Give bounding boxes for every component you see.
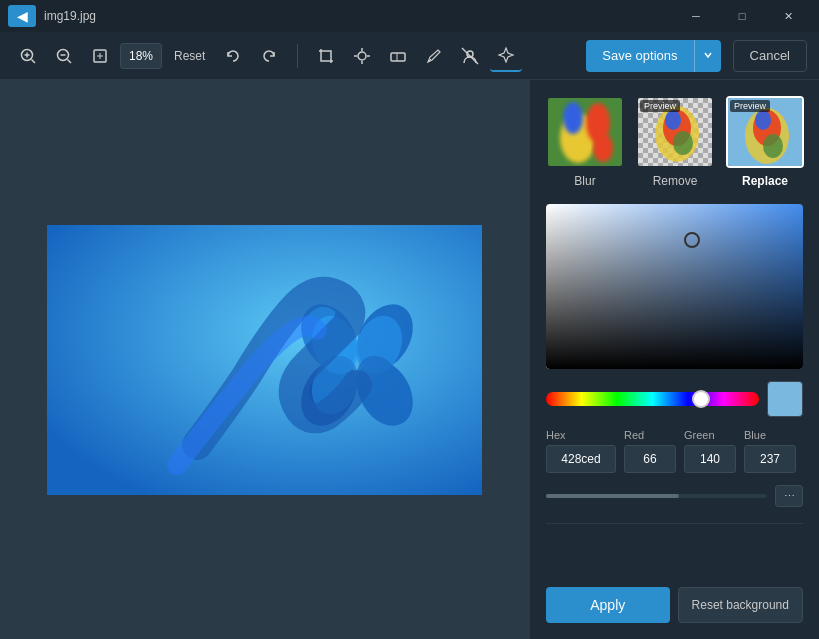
- svg-point-46: [763, 134, 783, 158]
- remove-option[interactable]: Preview: [636, 96, 714, 188]
- zoom-out-icon: [55, 47, 73, 65]
- hue-slider[interactable]: [546, 392, 759, 406]
- save-options-button[interactable]: Save options: [586, 40, 693, 72]
- blue-input-group: Blue: [744, 429, 796, 473]
- remove-thumb: Preview: [636, 96, 714, 168]
- replace-thumb: Preview: [726, 96, 804, 168]
- adjust-button[interactable]: [346, 40, 378, 72]
- blue-input[interactable]: [744, 445, 796, 473]
- scroll-area: ⋯: [546, 485, 803, 507]
- cancel-button[interactable]: Cancel: [733, 40, 807, 72]
- bottom-buttons: Apply Reset background: [546, 579, 803, 623]
- replace-label: Replace: [742, 174, 788, 188]
- color-preview-swatch: [767, 381, 803, 417]
- adjust-icon: [353, 47, 371, 65]
- main-content: Blur Preview: [0, 80, 819, 639]
- crop-icon: [317, 47, 335, 65]
- zoom-in-button[interactable]: [12, 40, 44, 72]
- hex-label: Hex: [546, 429, 616, 441]
- apply-button[interactable]: Apply: [546, 587, 670, 623]
- blur-preview-image: [548, 98, 624, 168]
- divider: [546, 523, 803, 524]
- svg-point-41: [673, 131, 693, 155]
- hue-thumb: [692, 390, 710, 408]
- image-preview: [47, 225, 482, 495]
- save-options-group: Save options: [586, 40, 720, 72]
- save-options-arrow-button[interactable]: [694, 40, 721, 72]
- reset-background-button[interactable]: Reset background: [678, 587, 804, 623]
- pen-icon: [425, 47, 443, 65]
- scroll-track[interactable]: [546, 494, 767, 498]
- toolbar: Reset: [0, 32, 819, 80]
- erase-icon: [389, 47, 407, 65]
- svg-point-45: [755, 110, 771, 130]
- color-gradient-box[interactable]: [546, 204, 803, 369]
- svg-point-32: [563, 102, 583, 134]
- svg-line-1: [32, 59, 36, 63]
- blue-label: Blue: [744, 429, 796, 441]
- replace-option[interactable]: Preview Replace: [726, 96, 804, 188]
- red-input[interactable]: [624, 445, 676, 473]
- back-button[interactable]: ◀: [8, 5, 36, 27]
- ai-tool-icon: [497, 46, 515, 64]
- fit-view-icon: [91, 47, 109, 65]
- red-input-group: Red: [624, 429, 676, 473]
- pen-button[interactable]: [418, 40, 450, 72]
- reset-button[interactable]: Reset: [166, 45, 213, 67]
- scroll-action-button[interactable]: ⋯: [775, 485, 803, 507]
- canvas-image: [47, 225, 482, 495]
- svg-rect-15: [391, 53, 405, 61]
- maximize-button[interactable]: □: [719, 0, 765, 32]
- background-options: Blur Preview: [546, 96, 803, 188]
- minimize-button[interactable]: ─: [673, 0, 719, 32]
- remove-preview-badge: Preview: [640, 100, 680, 112]
- window-title: img19.jpg: [44, 9, 96, 23]
- color-picker-area: [546, 204, 803, 369]
- title-bar-left: ◀ img19.jpg: [8, 5, 96, 27]
- blur-thumb: [546, 96, 624, 168]
- window-controls: ─ □ ✕: [673, 0, 811, 32]
- title-bar: ◀ img19.jpg ─ □ ✕: [0, 0, 819, 32]
- hue-slider-row: [546, 381, 803, 417]
- undo-button[interactable]: [217, 40, 249, 72]
- canvas-area: [0, 80, 529, 639]
- svg-point-40: [665, 110, 681, 130]
- svg-line-5: [68, 59, 72, 63]
- red-label: Red: [624, 429, 676, 441]
- remove-bg-icon: [461, 47, 479, 65]
- back-icon: ◀: [17, 8, 28, 24]
- replace-preview-badge: Preview: [730, 100, 770, 112]
- green-input-group: Green: [684, 429, 736, 473]
- ai-tool-button[interactable]: [490, 40, 522, 72]
- chevron-down-icon: [703, 50, 713, 60]
- color-cursor: [684, 232, 700, 248]
- remove-label: Remove: [653, 174, 698, 188]
- scroll-thumb: [546, 494, 679, 498]
- zoom-out-button[interactable]: [48, 40, 80, 72]
- blur-option[interactable]: Blur: [546, 96, 624, 188]
- crop-button[interactable]: [310, 40, 342, 72]
- green-label: Green: [684, 429, 736, 441]
- undo-icon: [225, 48, 241, 64]
- svg-point-10: [358, 52, 366, 60]
- remove-bg-button[interactable]: [454, 40, 486, 72]
- toolbar-divider-1: [297, 44, 298, 68]
- erase-button[interactable]: [382, 40, 414, 72]
- svg-point-33: [593, 134, 613, 162]
- redo-button[interactable]: [253, 40, 285, 72]
- hex-input-group: Hex: [546, 429, 616, 473]
- right-panel: Blur Preview: [529, 80, 819, 639]
- close-button[interactable]: ✕: [765, 0, 811, 32]
- zoom-in-icon: [19, 47, 37, 65]
- redo-icon: [261, 48, 277, 64]
- green-input[interactable]: [684, 445, 736, 473]
- blur-label: Blur: [574, 174, 595, 188]
- hex-input[interactable]: [546, 445, 616, 473]
- fit-view-button[interactable]: [84, 40, 116, 72]
- color-inputs: Hex Red Green Blue: [546, 429, 803, 473]
- zoom-level-display[interactable]: [120, 43, 162, 69]
